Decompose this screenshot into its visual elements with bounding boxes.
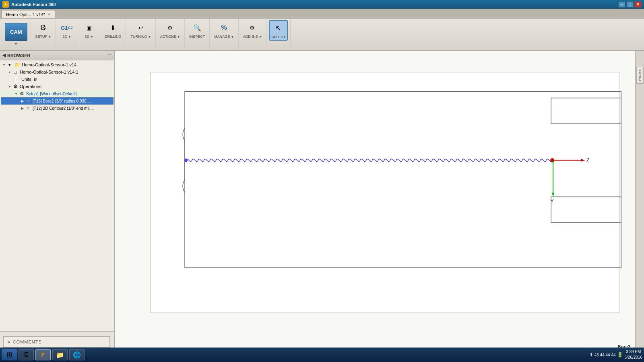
svg-point-11: [184, 158, 188, 162]
start-button[interactable]: ⊞: [2, 349, 17, 360]
tree-arrow-setup1[interactable]: ▾: [14, 91, 19, 96]
ribbon-3d-section: ▣ 3D ▼: [78, 19, 100, 50]
setup1-icon: ⚙: [19, 90, 25, 97]
ribbon-drilling-section: ⬇ DRILLING: [100, 19, 126, 50]
manage-button[interactable]: % MANAGE ▼: [212, 20, 235, 40]
3d-icon: ▣: [83, 21, 95, 34]
turning-button[interactable]: ↩ TURNING ▼: [128, 20, 153, 40]
tree-label-model: Hemo-Optical-Sensor-1 v14:1: [20, 70, 78, 74]
ribbon-turning-section: ↩ TURNING ▼: [126, 19, 155, 50]
bore-icon: ≡: [25, 98, 31, 104]
taskbar-app-files[interactable]: 📁: [52, 349, 68, 360]
taskbar-app-fusion[interactable]: F: [35, 349, 51, 360]
tree-item-root[interactable]: ▾ ▾ 📁 Hemo-Optical-Sensor-1 v14: [1, 61, 114, 68]
system-clock[interactable]: 3:39 PM 5/26/2016: [625, 349, 643, 360]
tree-item-setup1[interactable]: ▾ ⚙ Setup1 [Work offset-Default]: [1, 90, 114, 97]
ribbon: CAM ▼ ⚙ SETUP ▼ G1G2 2D ▼ ▣ 3D ▼ ⬇ DRILL…: [0, 19, 644, 51]
comments-label: COMMENTS: [13, 339, 42, 344]
main-layout: ◀ BROWSER ⋯ ▾ ▾ 📁 Hemo-Optical-Sensor-1 …: [0, 51, 644, 352]
svg-rect-0: [151, 72, 619, 313]
tree-label-root: Hemo-Optical-Sensor-1 v14: [22, 62, 76, 67]
tree-item-bore[interactable]: ▶ ≡ [T15] Bore2 (3/8" radius 0.030....: [1, 97, 114, 105]
tree-folder-root: 📁: [14, 62, 21, 68]
browser-header: ◀ BROWSER ⋯: [0, 51, 114, 60]
drilling-button[interactable]: ⬇ DRILLING: [103, 20, 124, 40]
contour-icon: ○: [25, 105, 31, 111]
tab-close-icon[interactable]: ✕: [47, 12, 51, 16]
ribbon-manage-section: % MANAGE ▼: [210, 19, 238, 50]
setup-icon: ⚙: [37, 21, 50, 34]
browser-collapse-icon[interactable]: ◀: [2, 53, 6, 58]
3d-button[interactable]: ▣ 3D ▼: [80, 20, 97, 40]
drilling-icon: ⬇: [107, 21, 120, 34]
addins-button[interactable]: ⚙ ADD-INS ▼: [241, 20, 264, 40]
turning-label: TURNING ▼: [130, 35, 151, 39]
taskbar-app-browser[interactable]: 🌐: [69, 349, 85, 360]
inspect-label: INSPECT: [189, 35, 205, 39]
ribbon-actions-section: ⚙ ACTIONS ▼: [156, 19, 185, 50]
clock-date: 5/26/2016: [625, 355, 643, 360]
taskbar-app-explorer[interactable]: 🖥: [19, 349, 34, 360]
cam-section: CAM ▼: [2, 19, 31, 50]
setup-label: SETUP ▼: [35, 35, 51, 39]
comments-icon: ●: [8, 339, 10, 344]
addins-icon: ⚙: [246, 21, 259, 34]
actions-icon: ⚙: [164, 21, 177, 34]
actions-label: ACTIONS ▼: [160, 35, 180, 39]
browser-content: ▾ ▾ 📁 Hemo-Optical-Sensor-1 v14 ▾ □ Hemo…: [0, 60, 114, 331]
close-button[interactable]: ✕: [634, 1, 642, 8]
right-panel-toggle: RIGHT: [635, 51, 644, 352]
tree-icon-model: □: [12, 69, 19, 75]
2d-label: 2D ▼: [62, 35, 71, 39]
viewport[interactable]: Z Y Bore2: [115, 51, 635, 352]
tray-network-icon: ⬆: [589, 352, 593, 358]
addins-label: ADD-INS ▼: [243, 35, 262, 39]
inspect-button[interactable]: 🔍 INSPECT: [187, 20, 207, 40]
tabbar: Hemo-Opti...-1 v14* ✕: [0, 9, 644, 19]
setup-button[interactable]: ⚙ SETUP ▼: [33, 20, 53, 40]
tree-item-contour[interactable]: ▶ ○ [T12] 2D Contour2 (1/8" end mil....: [1, 105, 114, 112]
right-toggle-button[interactable]: RIGHT: [636, 67, 644, 84]
tray-battery-icon: 🔋: [617, 352, 623, 358]
3d-label: 3D ▼: [85, 35, 93, 39]
select-label: SELECT: [271, 35, 285, 39]
maximize-button[interactable]: □: [626, 1, 634, 8]
manage-icon: %: [218, 21, 231, 34]
cam-dropdown-arrow: ▼: [14, 42, 18, 46]
app-title: Autodesk Fusion 360: [11, 2, 618, 7]
tree-item-model[interactable]: ▾ □ Hemo-Optical-Sensor-1 v14:1: [1, 68, 114, 76]
tree-label-contour: [T12] 2D Contour2 (1/8" end mil....: [33, 106, 94, 111]
tree-label-setup1: Setup1 [Work offset-Default]: [26, 92, 76, 96]
browser-options-icon[interactable]: ⋯: [107, 53, 112, 58]
tree-arrow-ops[interactable]: ▾: [7, 84, 12, 89]
browser-panel: ◀ BROWSER ⋯ ▾ ▾ 📁 Hemo-Optical-Sensor-1 …: [0, 51, 115, 352]
tree-item-operations[interactable]: ▾ ⚙ Operations: [1, 83, 114, 90]
tray-numbers: 43 44 44 44: [594, 353, 616, 357]
titlebar: A Autodesk Fusion 360 − □ ✕: [0, 0, 644, 9]
tree-arrow-root[interactable]: ▾: [2, 62, 6, 67]
select-button[interactable]: ↖ SELECT: [269, 20, 288, 41]
tree-label-bore: [T15] Bore2 (3/8" radius 0.030....: [33, 99, 91, 103]
taskbar: ⊞ 🖥 F 📁 🌐 ⬆ 43 44 44 44 🔋 3:39 PM 5/26/2…: [0, 348, 644, 362]
tree-arrow-model[interactable]: ▾: [7, 70, 12, 74]
setup-group: ⚙ SETUP ▼: [33, 20, 53, 40]
ribbon-setup-section: ⚙ SETUP ▼: [31, 19, 56, 50]
actions-button[interactable]: ⚙ ACTIONS ▼: [158, 20, 182, 40]
document-tab[interactable]: Hemo-Opti...-1 v14* ✕: [2, 10, 55, 18]
tree-arrow-contour[interactable]: ▶: [20, 106, 25, 111]
cam-button[interactable]: CAM: [5, 23, 27, 41]
inspect-icon: 🔍: [191, 21, 204, 34]
turning-icon: ↩: [134, 21, 147, 34]
drilling-label: DRILLING: [105, 35, 122, 39]
tree-arrow-bore[interactable]: ▶: [20, 99, 25, 103]
tree-icon-root: ▾: [6, 62, 13, 68]
tab-label: Hemo-Opti...-1 v14*: [6, 12, 45, 17]
tree-item-units[interactable]: 📄 Units: in: [1, 76, 114, 83]
comments-inner[interactable]: ● COMMENTS: [3, 336, 110, 348]
units-icon: 📄: [14, 76, 20, 82]
minimize-button[interactable]: −: [618, 1, 625, 8]
select-icon: ↖: [272, 22, 285, 35]
svg-text:Y: Y: [550, 198, 554, 205]
tree-label-units: Units: in: [21, 77, 37, 82]
2d-button[interactable]: G1G2 2D ▼: [58, 20, 75, 40]
